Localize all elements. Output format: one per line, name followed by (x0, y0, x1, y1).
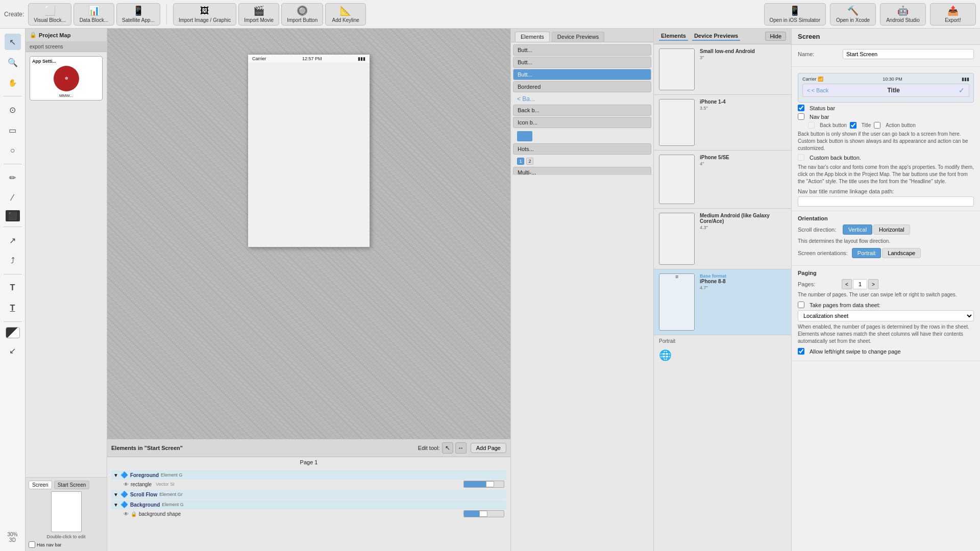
background-shape-name: background shape (139, 511, 181, 517)
text-styled-tool[interactable]: T (5, 300, 21, 316)
prop-custom-back-row: Custom back button. (798, 154, 974, 161)
android-studio-icon: 🤖 (897, 5, 909, 16)
import-movie-button[interactable]: 🎬 Import Movie (238, 3, 279, 26)
portrait-button[interactable]: Portrait (852, 248, 881, 258)
device-size-iphone88: 4.7" (700, 285, 786, 290)
visual-block-button[interactable]: ⬜ Visual Block... (28, 3, 71, 26)
open-ios-icon: 📱 (789, 5, 800, 16)
satellite-app-button[interactable]: 📱 Satellite App... (116, 3, 160, 26)
node-select-tool[interactable]: ↗ (5, 232, 21, 248)
nav-bar-title-path-input[interactable] (798, 196, 974, 207)
import-image-button[interactable]: 🖼 Import Image / Graphic (173, 3, 236, 26)
prop-pages-row: Pages: < > (798, 279, 974, 289)
tree-group-scrollflow-header[interactable]: ▼ 🔷 Scroll Flow Element Gr (111, 490, 506, 499)
elem-hotspot[interactable]: Hots... (513, 143, 651, 155)
tab-elements[interactable]: Elements (515, 32, 550, 42)
edit-tool-move[interactable]: ↔ (455, 442, 467, 454)
color-tool[interactable] (6, 327, 20, 338)
action-button-checkbox[interactable] (874, 122, 880, 129)
rectangle-opacity-bar[interactable] (463, 481, 504, 488)
rectangle-visibility-icon[interactable]: 👁 (124, 482, 129, 487)
line-tool[interactable]: ∕ (5, 190, 21, 206)
tool-group-shape: ⬛ (0, 209, 25, 222)
start-screen-tab[interactable]: Start Screen (54, 481, 90, 489)
add-page-button[interactable]: Add Page (471, 443, 506, 453)
localization-sheet-select[interactable]: Localization sheet (798, 310, 974, 321)
node-edit-tool[interactable]: ⤴ (5, 253, 21, 269)
pages-increment-button[interactable]: > (868, 279, 878, 289)
nav-bar-checkbox[interactable] (798, 113, 804, 120)
zoom-tool[interactable]: 🔍 (5, 54, 21, 70)
scrollflow-collapse-icon: ▼ (113, 492, 118, 497)
pen-tool[interactable]: ✏ (5, 169, 21, 186)
app-settings-thumbnail[interactable]: App Setti... ⚙ MMW... (30, 56, 103, 101)
circle-draw-tool[interactable]: ⊙ (5, 102, 21, 118)
elem-icon-button[interactable]: Icon b... (513, 117, 651, 128)
hide-device-panel-button[interactable]: Hide (765, 32, 786, 41)
view-3d[interactable]: 3D (7, 537, 17, 543)
has-nav-bar-checkbox[interactable] (29, 541, 35, 548)
prop-name-input[interactable] (843, 49, 974, 59)
oval-tool[interactable]: ○ (5, 142, 21, 159)
device-name-iphone5se: iPhone 5/SE (700, 155, 786, 160)
back-button-checkbox[interactable] (808, 122, 815, 129)
device-item-small-android: Small low-end Android 3" (654, 44, 791, 95)
shape-tool[interactable]: ⬛ (6, 210, 20, 221)
canvas-content[interactable]: Carrier 12:57 PM ▮▮▮ (107, 29, 510, 439)
import-image-label: Import Image / Graphic (179, 17, 231, 23)
elements-page-label: Page 1 (107, 457, 510, 467)
pages-info: The number of pages. The user can swipe … (798, 291, 974, 298)
device-screen-small-android (659, 49, 694, 90)
edit-tool-select[interactable]: ↖ (442, 442, 453, 454)
scroll-vertical-button[interactable]: Vertical (843, 224, 872, 235)
title-checkbox[interactable] (850, 122, 856, 129)
tree-item-rectangle[interactable]: 👁 rectangle Vector SI (111, 480, 506, 489)
take-pages-checkbox[interactable] (798, 302, 804, 308)
landscape-button[interactable]: Landscape (882, 248, 921, 258)
background-shape-bar-thumb[interactable] (479, 511, 487, 517)
pages-decrement-button[interactable]: < (842, 279, 852, 289)
elem-back-button[interactable]: Back b... (513, 105, 651, 116)
device-size-iphone5se: 4" (700, 161, 786, 166)
elem-button-basic[interactable]: Butt... (513, 44, 651, 56)
elem-bordered[interactable]: Bordered (513, 81, 651, 92)
elem-button-2[interactable]: Butt... (513, 57, 651, 68)
export-button[interactable]: 📤 Export! (930, 3, 976, 26)
elem-button-highlighted[interactable]: Butt... (513, 69, 651, 80)
screen-thumbnail[interactable] (51, 491, 82, 532)
background-shape-opacity-bar[interactable] (463, 510, 504, 517)
add-keyline-button[interactable]: 📐 Add Keyline (325, 3, 366, 26)
device-item-iphone88: ☰ Base format iPhone 8-8 4.7" (654, 269, 791, 335)
allow-swipe-checkbox[interactable] (798, 348, 804, 355)
tool-group-circle: ⊙ (0, 101, 25, 119)
select-tool[interactable]: ↖ (5, 34, 21, 50)
android-studio-button[interactable]: 🤖 Android Studio (880, 3, 926, 26)
tab-elements-link[interactable]: Elements (659, 32, 688, 41)
corner-tool[interactable]: ↙ (5, 342, 21, 359)
tree-group-foreground-header[interactable]: ▼ 🔷 Foreground Element G (111, 470, 506, 480)
prop-section-nav: Carrier 📶 10:30 PM ▮▮▮ < < Back Title ✓ … (792, 67, 980, 211)
tab-device-previews[interactable]: Device Previews (692, 32, 740, 41)
background-shape-lock-icon[interactable]: 🔒 (131, 511, 137, 517)
open-xcode-button[interactable]: 🔨 Open in Xcode (830, 3, 876, 26)
tab-device-previews-link[interactable]: Device Previews (552, 32, 604, 42)
screen-tab[interactable]: Screen (29, 481, 52, 489)
tree-item-background-shape[interactable]: 👁 🔒 background shape (111, 509, 506, 518)
pages-value-input[interactable] (853, 279, 867, 289)
export-screens-bar[interactable]: export screens (26, 42, 107, 52)
custom-back-checkbox[interactable] (798, 154, 804, 161)
rect-tool[interactable]: ▭ (5, 122, 21, 138)
rectangle-bar-thumb[interactable] (486, 481, 494, 487)
scroll-horizontal-button[interactable]: Horizontal (873, 224, 910, 235)
import-button-button[interactable]: 🔘 Import Button (281, 3, 323, 26)
status-bar-checkbox[interactable] (798, 105, 804, 111)
data-block-button[interactable]: 📊 Data Block... (74, 3, 114, 26)
open-xcode-label: Open in Xcode (836, 17, 870, 23)
tree-group-background-header[interactable]: ▼ 🔷 Background Element G (111, 500, 506, 509)
nav-bar-preview: < < Back Title ✓ (802, 84, 969, 97)
open-ios-button[interactable]: 📱 Open in iOS Simulator (764, 3, 826, 26)
pan-tool[interactable]: ✋ (5, 74, 21, 91)
text-tool[interactable]: T (5, 280, 21, 296)
background-shape-visibility-icon[interactable]: 👁 (124, 511, 129, 517)
elem-multi[interactable]: Multi-... (513, 167, 651, 175)
